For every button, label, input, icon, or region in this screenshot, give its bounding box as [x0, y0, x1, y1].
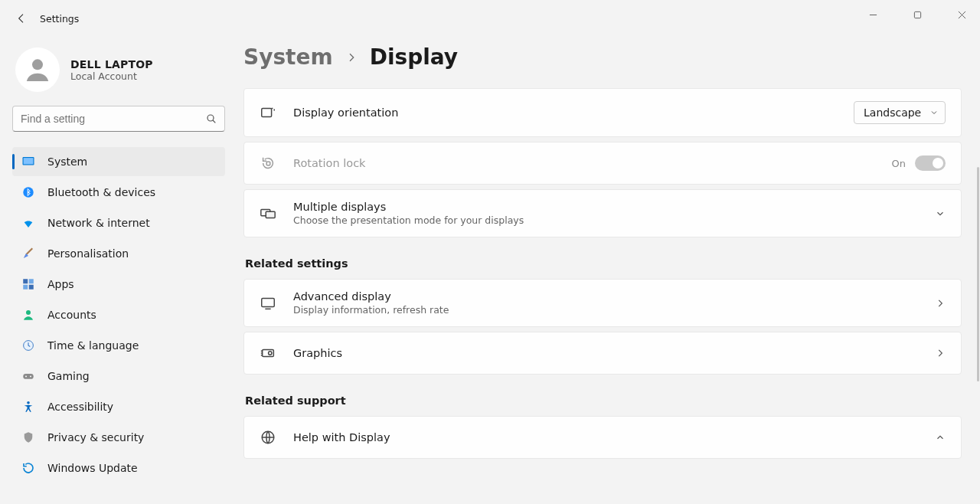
orientation-select[interactable]: Landscape	[854, 101, 946, 124]
sidebar-item-label: Accessibility	[47, 401, 113, 413]
sidebar-item-network[interactable]: Network & internet	[12, 208, 225, 237]
rotation-toggle-wrap: On	[892, 155, 946, 171]
account-name: DELL LAPTOP	[70, 58, 153, 70]
close-button[interactable]	[946, 3, 977, 26]
sidebar-item-label: Network & internet	[47, 217, 150, 229]
search-input[interactable]	[12, 106, 225, 132]
sidebar-item-system[interactable]: System	[12, 147, 225, 176]
sidebar-item-personalisation[interactable]: Personalisation	[12, 239, 225, 268]
svg-point-3	[207, 115, 214, 121]
titlebar: Settings	[0, 0, 980, 37]
main-content: System Display Display orientation Lands…	[237, 37, 980, 504]
svg-rect-6	[24, 158, 34, 164]
breadcrumb: System Display	[243, 37, 962, 88]
wifi-icon	[21, 216, 35, 230]
scrollbar-thumb[interactable]	[977, 167, 979, 381]
search-icon	[205, 113, 217, 125]
nav-list: System Bluetooth & devices Network & int…	[12, 147, 225, 483]
toggle-state-label: On	[892, 158, 906, 169]
svg-rect-11	[29, 285, 34, 290]
svg-rect-21	[266, 211, 275, 218]
clock-icon	[21, 339, 35, 352]
sidebar-item-accounts[interactable]: Accounts	[12, 300, 225, 329]
svg-rect-10	[23, 285, 28, 290]
card-title: Help with Display	[293, 431, 918, 443]
card-title: Rotation lock	[293, 157, 875, 169]
maximize-button[interactable]	[902, 3, 933, 26]
monitor-icon	[260, 295, 276, 312]
sidebar-item-label: System	[47, 155, 87, 168]
gpu-icon	[260, 345, 276, 362]
account-block[interactable]: DELL LAPTOP Local Account	[12, 43, 225, 106]
sidebar-item-label: Accounts	[47, 309, 96, 321]
rotation-lock-icon	[260, 155, 276, 172]
card-multiple-displays[interactable]: Multiple displays Choose the presentatio…	[243, 189, 962, 237]
sidebar-item-gaming[interactable]: Gaming	[12, 362, 225, 391]
chevron-right-icon	[345, 51, 358, 64]
card-title: Advanced display	[293, 290, 918, 303]
svg-rect-14	[23, 374, 34, 379]
section-related-settings: Related settings	[245, 257, 962, 270]
breadcrumb-parent[interactable]: System	[243, 44, 333, 70]
chevron-down-icon	[929, 108, 939, 117]
svg-point-16	[30, 375, 31, 377]
svg-rect-19	[266, 162, 270, 165]
person-icon	[21, 308, 35, 322]
chevron-right-icon	[935, 298, 946, 309]
search-wrap	[12, 106, 225, 132]
sidebar-item-privacy[interactable]: Privacy & security	[12, 423, 225, 452]
bluetooth-icon	[21, 185, 35, 199]
window-title: Settings	[40, 13, 79, 25]
card-subtitle: Display information, refresh rate	[293, 304, 918, 316]
account-sub: Local Account	[70, 70, 153, 82]
section-related-support: Related support	[245, 394, 962, 407]
sidebar-item-label: Time & language	[47, 339, 139, 352]
sidebar-item-update[interactable]: Windows Update	[12, 453, 225, 483]
card-advanced-display[interactable]: Advanced display Display information, re…	[243, 279, 962, 327]
system-icon	[21, 155, 35, 169]
sidebar-item-time[interactable]: Time & language	[12, 331, 225, 360]
card-display-orientation[interactable]: Display orientation Landscape	[243, 88, 962, 137]
svg-rect-22	[262, 298, 275, 306]
sidebar-item-accessibility[interactable]: Accessibility	[12, 392, 225, 421]
apps-icon	[21, 277, 35, 291]
svg-point-17	[27, 401, 30, 404]
back-button[interactable]	[14, 11, 29, 26]
rotation-toggle[interactable]	[915, 155, 946, 171]
card-title: Graphics	[293, 347, 918, 359]
chevron-up-icon	[935, 432, 946, 443]
chevron-down-icon	[935, 208, 946, 219]
orientation-icon	[260, 104, 276, 121]
svg-point-15	[25, 375, 27, 377]
sidebar-item-bluetooth[interactable]: Bluetooth & devices	[12, 178, 225, 207]
svg-point-12	[26, 310, 31, 315]
sidebar-item-label: Gaming	[47, 370, 90, 382]
svg-line-4	[213, 120, 215, 123]
card-subtitle: Choose the presentation mode for your di…	[293, 214, 918, 226]
orientation-value: Landscape	[864, 106, 921, 119]
minimize-button[interactable]	[858, 3, 888, 26]
sidebar-item-label: Bluetooth & devices	[47, 186, 155, 198]
sidebar: DELL LAPTOP Local Account System Bluet	[0, 37, 237, 504]
globe-icon	[260, 429, 276, 446]
accessibility-icon	[21, 400, 35, 414]
page-title: Display	[370, 44, 458, 70]
sidebar-item-apps[interactable]: Apps	[12, 270, 225, 299]
svg-rect-8	[23, 279, 28, 283]
svg-point-25	[269, 352, 272, 355]
brush-icon	[21, 247, 35, 260]
multiple-displays-icon	[260, 205, 276, 222]
card-rotation-lock: Rotation lock On	[243, 142, 962, 185]
svg-rect-18	[262, 109, 272, 117]
svg-point-2	[32, 59, 43, 70]
card-graphics[interactable]: Graphics	[243, 332, 962, 375]
card-help-display[interactable]: Help with Display	[243, 416, 962, 459]
svg-rect-1	[914, 11, 920, 18]
window-controls	[858, 3, 977, 26]
card-title: Display orientation	[293, 106, 837, 119]
shield-icon	[21, 430, 35, 444]
card-title: Multiple displays	[293, 201, 918, 213]
gamepad-icon	[21, 369, 35, 383]
sidebar-item-label: Apps	[47, 278, 74, 290]
update-icon	[21, 461, 35, 475]
